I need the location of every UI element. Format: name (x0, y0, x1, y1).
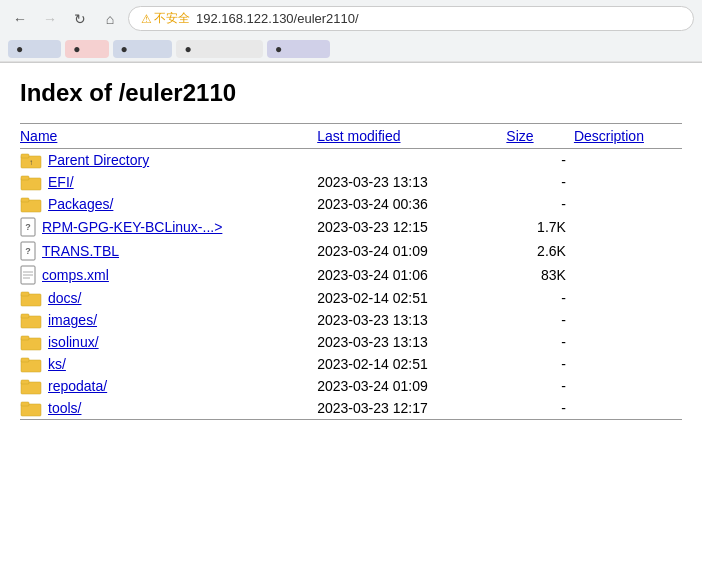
page-title: Index of /euler2110 (20, 79, 682, 107)
file-link[interactable]: EFI/ (20, 173, 309, 191)
file-name-text: EFI/ (48, 174, 74, 190)
back-button[interactable]: ← (8, 7, 32, 31)
refresh-button[interactable]: ↻ (68, 7, 92, 31)
file-date-cell: 2023-03-23 13:13 (317, 171, 506, 193)
file-link[interactable]: comps.xml (20, 265, 309, 285)
parent-icon: ↑ (20, 151, 42, 169)
svg-text:?: ? (25, 246, 31, 256)
file-size-cell: 83K (506, 263, 574, 287)
svg-text:↑: ↑ (29, 158, 33, 167)
file-date-cell: 2023-03-23 13:13 (317, 331, 506, 353)
sort-by-name-link[interactable]: Name (20, 128, 57, 144)
table-row: Packages/2023-03-24 00:36- (20, 193, 682, 215)
file-date-cell: 2023-03-23 12:15 (317, 215, 506, 239)
file-link[interactable]: ? RPM-GPG-KEY-BCLinux-...> (20, 217, 309, 237)
xml-icon (20, 265, 36, 285)
file-link[interactable]: images/ (20, 311, 309, 329)
table-row: EFI/2023-03-23 13:13- (20, 171, 682, 193)
file-icon: ? (20, 241, 36, 261)
file-name-cell: comps.xml (20, 263, 317, 287)
file-size-cell: - (506, 149, 574, 172)
table-row: tools/2023-03-23 12:17- (20, 397, 682, 420)
folder-icon (20, 289, 42, 307)
svg-rect-16 (21, 292, 29, 296)
file-link[interactable]: docs/ (20, 289, 309, 307)
file-name-text: isolinux/ (48, 334, 99, 350)
table-row: ? TRANS.TBL2023-03-24 01:092.6K (20, 239, 682, 263)
file-desc-cell (574, 397, 682, 420)
file-link[interactable]: isolinux/ (20, 333, 309, 351)
folder-icon (20, 377, 42, 395)
folder-icon (20, 173, 42, 191)
folder-icon (20, 311, 42, 329)
file-date-cell: 2023-03-24 01:09 (317, 239, 506, 263)
col-header-date: Last modified (317, 124, 506, 149)
svg-rect-6 (21, 198, 29, 202)
file-desc-cell (574, 215, 682, 239)
file-size-cell: 1.7K (506, 215, 574, 239)
folder-icon (20, 399, 42, 417)
table-row: repodata/2023-03-24 01:09- (20, 375, 682, 397)
file-name-text: comps.xml (42, 267, 109, 283)
file-link[interactable]: repodata/ (20, 377, 309, 395)
file-size-cell: - (506, 375, 574, 397)
table-row: ? RPM-GPG-KEY-BCLinux-...>2023-03-23 12:… (20, 215, 682, 239)
file-desc-cell (574, 287, 682, 309)
bookmark-5[interactable]: ● (267, 40, 330, 58)
svg-rect-24 (21, 380, 29, 384)
home-button[interactable]: ⌂ (98, 7, 122, 31)
file-name-text: RPM-GPG-KEY-BCLinux-...> (42, 219, 222, 235)
file-link[interactable]: tools/ (20, 399, 309, 417)
file-link[interactable]: ks/ (20, 355, 309, 373)
folder-icon (20, 333, 42, 351)
svg-text:?: ? (25, 222, 31, 232)
file-name-text: images/ (48, 312, 97, 328)
sort-by-date-link[interactable]: Last modified (317, 128, 400, 144)
file-desc-cell (574, 309, 682, 331)
file-name-text: repodata/ (48, 378, 107, 394)
file-icon: ? (20, 217, 36, 237)
file-name-cell: ks/ (20, 353, 317, 375)
sort-by-size-link[interactable]: Size (506, 128, 533, 144)
file-name-cell: docs/ (20, 287, 317, 309)
file-size-cell: - (506, 353, 574, 375)
sort-by-desc-link[interactable]: Description (574, 128, 644, 144)
svg-rect-4 (21, 176, 29, 180)
bookmark-4[interactable]: ● (176, 40, 263, 58)
file-date-cell: 2023-03-24 01:06 (317, 263, 506, 287)
file-size-cell: 2.6K (506, 239, 574, 263)
file-name-text: Parent Directory (48, 152, 149, 168)
file-name-cell: isolinux/ (20, 331, 317, 353)
file-desc-cell (574, 353, 682, 375)
forward-button[interactable]: → (38, 7, 62, 31)
file-link[interactable]: Packages/ (20, 195, 309, 213)
folder-icon (20, 195, 42, 213)
file-date-cell: 2023-02-14 02:51 (317, 287, 506, 309)
file-name-cell: ? TRANS.TBL (20, 239, 317, 263)
file-link[interactable]: ↑ Parent Directory (20, 151, 309, 169)
col-header-name: Name (20, 124, 317, 149)
address-bar[interactable]: ⚠ 不安全 192.168.122.130/euler2110/ (128, 6, 694, 31)
page-content: Index of /euler2110 Name Last modified S… (0, 63, 702, 543)
file-link[interactable]: ? TRANS.TBL (20, 241, 309, 261)
file-desc-cell (574, 375, 682, 397)
file-date-cell (317, 149, 506, 172)
security-label: 不安全 (154, 10, 190, 27)
table-row: ↑ Parent Directory- (20, 149, 682, 172)
table-row: images/2023-03-23 13:13- (20, 309, 682, 331)
bookmark-1[interactable]: ● (8, 40, 61, 58)
bookmark-2[interactable]: ● (65, 40, 108, 58)
file-date-cell: 2023-03-24 00:36 (317, 193, 506, 215)
table-row: docs/2023-02-14 02:51- (20, 287, 682, 309)
file-size-cell: - (506, 397, 574, 420)
svg-rect-1 (21, 154, 29, 158)
table-footer (20, 420, 682, 429)
file-name-cell: Packages/ (20, 193, 317, 215)
url-text: 192.168.122.130/euler2110/ (196, 11, 359, 26)
security-warning: ⚠ 不安全 (141, 10, 190, 27)
bookmark-3[interactable]: ● (113, 40, 173, 58)
file-name-text: docs/ (48, 290, 81, 306)
svg-rect-18 (21, 314, 29, 318)
col-header-description: Description (574, 124, 682, 149)
file-desc-cell (574, 331, 682, 353)
